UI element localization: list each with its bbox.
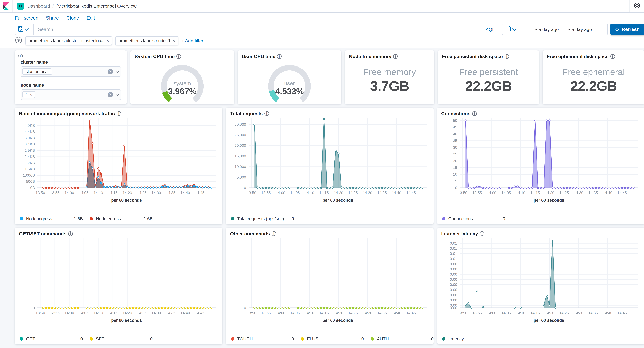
svg-text:14:00: 14:00 <box>487 311 496 315</box>
svg-text:14:15: 14:15 <box>319 190 329 195</box>
clear-icon[interactable]: ✕ <box>108 92 113 97</box>
filter-menu-button[interactable] <box>15 37 22 44</box>
network-traffic-chart[interactable]: 4.9KB4.4KB3.9KB3.4KB2.9KB2.4KB2KB1.5KB1,… <box>18 116 219 207</box>
legend-dot-icon <box>20 337 23 341</box>
cluster-name-select[interactable]: cluster.local ✕ <box>20 66 121 77</box>
dashboard-grid: cluster name cluster.local ✕ node name 1… <box>0 48 644 348</box>
svg-text:0.01: 0.01 <box>450 241 457 245</box>
svg-text:14:00: 14:00 <box>64 190 74 195</box>
save-query-button[interactable] <box>15 23 31 35</box>
refresh-button[interactable]: Refresh <box>610 23 644 35</box>
other-commands-chart[interactable]: 013:5013:5514:0014:0514:1014:1514:2014:2… <box>229 236 430 327</box>
svg-text:30: 30 <box>453 145 457 150</box>
svg-text:0: 0 <box>244 185 246 190</box>
legend-dot-icon <box>442 217 446 220</box>
menu-edit[interactable]: Edit <box>87 15 95 21</box>
legend-item[interactable]: SET0 <box>90 337 153 342</box>
info-icon[interactable] <box>272 231 276 236</box>
svg-text:14:10: 14:10 <box>94 311 103 315</box>
date-to[interactable]: ~ a day ago <box>568 27 592 32</box>
metric-value: 22.2GB <box>570 78 617 94</box>
info-icon[interactable] <box>277 54 282 59</box>
svg-text:14:45: 14:45 <box>617 311 627 315</box>
info-icon[interactable] <box>176 54 181 59</box>
info-icon[interactable] <box>480 231 484 236</box>
chart-legend: Connections0 <box>442 216 512 221</box>
close-icon[interactable]: × <box>106 38 109 43</box>
clear-icon[interactable]: ✕ <box>108 69 113 74</box>
legend-item[interactable]: Node ingress1.6B <box>20 216 83 221</box>
page-title: [Metricbeat Redis Enterprise] Overview <box>56 3 136 9</box>
svg-text:20: 20 <box>453 159 457 163</box>
getset-commands-chart[interactable]: 013:5013:5514:0014:0514:1014:1514:2014:2… <box>18 236 219 327</box>
chevron-down-icon <box>512 27 516 31</box>
info-icon[interactable] <box>68 231 73 236</box>
chevron-down-icon <box>115 92 120 96</box>
panel-free-persistent: Free persistent disk space Free persiste… <box>438 50 539 104</box>
svg-text:14:25: 14:25 <box>348 190 358 195</box>
legend-label: SET <box>96 337 104 342</box>
legend-item[interactable]: TOUCH0 <box>231 337 294 342</box>
menu-full-screen[interactable]: Full screen <box>15 15 38 21</box>
menu-clone[interactable]: Clone <box>66 15 79 21</box>
info-icon[interactable] <box>18 54 23 58</box>
svg-text:14:30: 14:30 <box>574 311 583 315</box>
info-icon[interactable] <box>610 54 615 59</box>
svg-text:per 60 seconds: per 60 seconds <box>322 318 353 323</box>
cluster-token[interactable]: cluster.local <box>22 68 52 75</box>
chart-legend: Node ingress1.6BNode egress1.6B <box>20 216 159 221</box>
svg-text:25: 25 <box>453 152 457 156</box>
info-icon[interactable] <box>116 111 121 116</box>
legend-item[interactable]: Total requests (ops/sec)0 <box>231 216 294 221</box>
close-icon[interactable]: × <box>30 92 32 97</box>
svg-text:3.9KB: 3.9KB <box>24 136 35 140</box>
legend-dot-icon <box>231 337 234 341</box>
menu-share[interactable]: Share <box>46 15 59 21</box>
search-input[interactable] <box>34 27 481 32</box>
legend-item[interactable]: GET0 <box>20 337 83 342</box>
kql-button[interactable]: KQL <box>481 24 499 35</box>
legend-item[interactable]: Connections0 <box>442 216 505 221</box>
svg-text:25,000: 25,000 <box>234 133 246 137</box>
info-icon[interactable] <box>504 54 509 59</box>
legend-item[interactable]: FLUSH0 <box>301 337 364 342</box>
date-from[interactable]: ~ a day ago <box>534 27 559 32</box>
svg-text:0.01: 0.01 <box>450 246 457 251</box>
close-icon[interactable]: × <box>172 38 175 43</box>
chart-legend: GET0SET0 <box>20 337 159 342</box>
add-filter-button[interactable]: + Add filter <box>181 38 204 43</box>
legend-label: FLUSH <box>307 337 322 342</box>
total-requests-chart[interactable]: 30,00025,00020,00015,00010,0005,000013:5… <box>229 116 430 207</box>
date-picker-quick-menu[interactable] <box>502 24 519 35</box>
node-token[interactable]: 1 × <box>22 91 35 98</box>
svg-text:14:05: 14:05 <box>501 190 511 195</box>
legend-label: AUTH <box>377 337 389 342</box>
svg-text:14:00: 14:00 <box>276 190 285 195</box>
date-range[interactable]: ~ a day ago → ~ a day ago <box>519 27 608 32</box>
connections-chart[interactable]: 5045403530252015105013:5013:5514:0014:05… <box>440 116 642 207</box>
legend-item[interactable]: Node egress1.6B <box>90 216 153 221</box>
filter-pill-node[interactable]: prometheus.labels.node: 1 × <box>115 36 178 45</box>
svg-text:3.967%: 3.967% <box>168 87 196 96</box>
svg-text:14:45: 14:45 <box>195 311 204 315</box>
filter-pill-cluster[interactable]: prometheus.labels.cluster: cluster.local… <box>25 36 112 45</box>
filter-bar: prometheus.labels.cluster: cluster.local… <box>0 36 644 48</box>
legend-item[interactable]: AUTH0 <box>370 337 434 342</box>
svg-text:14:30: 14:30 <box>152 311 161 315</box>
listener-latency-chart[interactable]: 0.010.010.010.010.000.000.000.000.000.00… <box>440 236 642 327</box>
breadcrumb-dashboard[interactable]: Dashboard <box>27 3 50 9</box>
chart-legend: TOUCH0FLUSH0AUTH0 <box>231 337 440 342</box>
svg-text:per 60 seconds: per 60 seconds <box>111 198 142 202</box>
info-icon[interactable] <box>472 111 477 116</box>
info-icon[interactable] <box>393 54 398 59</box>
node-name-select[interactable]: 1 × ✕ <box>20 89 121 100</box>
legend-item[interactable]: Latency <box>442 337 464 342</box>
kibana-logo-icon[interactable] <box>0 0 12 12</box>
space-badge[interactable]: D <box>17 2 24 10</box>
legend-dot-icon <box>90 337 93 341</box>
info-icon[interactable] <box>264 111 269 116</box>
help-button[interactable] <box>629 0 644 12</box>
legend-value: 1.6B <box>144 216 153 221</box>
metric-label: Free memory <box>363 67 416 77</box>
svg-text:14:05: 14:05 <box>290 311 300 315</box>
